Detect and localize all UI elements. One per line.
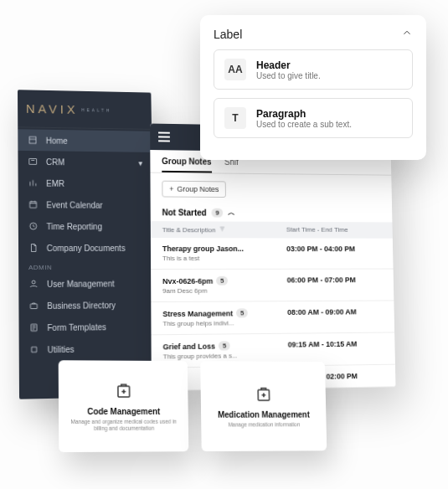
row-desc: This group helps indivi... xyxy=(162,319,287,327)
nav-label: Event Calendar xyxy=(46,200,102,209)
row-title: Grief and Loss xyxy=(163,342,215,351)
sidebar: NAVIX HEALTH Home CRM ▾ EMR Event Calend… xyxy=(18,90,156,399)
svg-rect-0 xyxy=(29,136,36,143)
row-time: 03:00 PM - 04:00 PM xyxy=(286,244,382,262)
nav-item-user-mgmt[interactable]: User Management xyxy=(18,272,154,295)
nav-item-emr[interactable]: EMR xyxy=(18,172,153,195)
row-time: 08:00 AM - 09:00 AM xyxy=(287,307,384,327)
svg-rect-1 xyxy=(29,158,37,164)
row-title: Nvx-0626-6pm xyxy=(162,276,213,285)
nav-label: Company Documents xyxy=(47,243,126,252)
nav-label: EMR xyxy=(46,178,64,188)
nav-label: Form Templates xyxy=(47,322,106,332)
plus-icon: + xyxy=(169,185,173,193)
card-medication-management[interactable]: Medication Management Manage medication … xyxy=(200,361,327,451)
row-title: Therapy group Jason... xyxy=(162,244,244,253)
table-row[interactable]: Nvx-0626-6pm5 9am Desc 6pm 06:00 PM - 07… xyxy=(151,270,394,303)
nav-item-crm[interactable]: CRM ▾ xyxy=(18,151,152,173)
nav-label: Business Directory xyxy=(47,301,116,311)
label-popover: Label AA Header Used to give title. T Pa… xyxy=(200,15,426,160)
add-group-notes-button[interactable]: + Group Notes xyxy=(162,181,226,198)
text-glyph-icon: T xyxy=(224,107,246,129)
status-count-badge: 9 xyxy=(211,208,223,218)
option-paragraph[interactable]: T Paragraph Used to create a sub text. xyxy=(214,98,413,138)
row-time: 09:15 AM - 10:15 AM xyxy=(288,339,384,358)
row-badge: 5 xyxy=(216,276,228,286)
nav-label: CRM xyxy=(46,157,64,167)
header-glyph-icon: AA xyxy=(224,59,246,80)
status-label: Not Started xyxy=(162,208,207,217)
brand-logo: NAVIX HEALTH xyxy=(18,90,152,130)
popover-title: Label xyxy=(214,28,242,41)
bottom-cards: Code Management Manage and organize medi… xyxy=(59,360,327,452)
card-title: Medication Management xyxy=(218,410,310,420)
option-desc: Used to give title. xyxy=(256,71,321,80)
svg-rect-5 xyxy=(30,304,37,309)
nav: Home CRM ▾ EMR Event Calendar Time Repor… xyxy=(18,127,155,361)
nav-item-biz-dir[interactable]: Business Directory xyxy=(18,294,154,317)
chart-icon xyxy=(28,178,38,188)
utilities-icon xyxy=(29,344,39,354)
row-badge: 5 xyxy=(219,341,230,350)
medical-plus-icon xyxy=(114,380,134,400)
row-desc: This group provides a s... xyxy=(163,352,288,361)
nav-label: User Management xyxy=(47,279,115,288)
crm-icon xyxy=(28,157,38,167)
table-row[interactable]: Therapy group Jason... This is a test 03… xyxy=(151,238,394,270)
chevron-up-icon[interactable] xyxy=(401,27,413,41)
svg-rect-2 xyxy=(30,202,37,208)
nav-item-calendar[interactable]: Event Calendar xyxy=(18,193,153,215)
option-header[interactable]: AA Header Used to give title. xyxy=(214,49,413,90)
document-icon xyxy=(28,243,39,253)
row-title: Stress Management xyxy=(162,309,233,318)
button-label: Group Notes xyxy=(177,185,219,193)
status-row[interactable]: Not Started 9 ︿ xyxy=(151,203,393,222)
option-desc: Used to create a sub text. xyxy=(256,120,352,129)
nav-item-docs[interactable]: Company Documents xyxy=(18,237,153,259)
user-icon xyxy=(28,279,39,289)
filter-icon[interactable] xyxy=(219,225,225,234)
col-title: Title & Description xyxy=(162,226,216,234)
row-desc: 9am Desc 6pm xyxy=(162,286,287,295)
medkit-icon xyxy=(254,384,273,404)
nav-item-utilities[interactable]: Utilities xyxy=(19,337,155,361)
option-title: Header xyxy=(256,59,321,71)
briefcase-icon xyxy=(28,301,39,311)
toolbar: + Group Notes xyxy=(150,173,392,206)
column-headers: Title & Description Start Time - End Tim… xyxy=(151,221,393,239)
row-badge: 5 xyxy=(236,308,248,317)
calendar-icon xyxy=(28,199,39,209)
row-desc: This is a test xyxy=(162,255,286,262)
brand-sub: HEALTH xyxy=(81,107,111,112)
svg-point-4 xyxy=(32,281,35,284)
nav-item-home[interactable]: Home xyxy=(18,129,152,152)
table-row[interactable]: Stress Management5 This group helps indi… xyxy=(151,301,394,335)
nav-label: Time Reporting xyxy=(46,222,102,231)
nav-item-form-templates[interactable]: Form Templates xyxy=(18,316,154,339)
col-time: Start Time - End Time xyxy=(286,226,382,234)
home-icon xyxy=(28,135,38,145)
nav-label: Home xyxy=(46,136,68,145)
option-title: Paragraph xyxy=(256,108,352,120)
brand-name: NAVIX xyxy=(26,101,78,116)
card-desc: Manage medication information xyxy=(228,421,300,428)
card-code-management[interactable]: Code Management Manage and organize medi… xyxy=(59,360,189,452)
chevron-down-icon: ▾ xyxy=(138,158,142,167)
nav-label: Utilities xyxy=(48,344,75,354)
menu-icon[interactable] xyxy=(158,132,170,142)
form-icon xyxy=(29,322,39,332)
group-notes-panel: Group Notes Shif + Group Notes Not Start… xyxy=(150,124,395,392)
card-title: Code Management xyxy=(87,407,160,416)
nav-section-admin: ADMIN xyxy=(18,259,153,273)
clock-icon xyxy=(28,221,39,231)
nav-item-time[interactable]: Time Reporting xyxy=(18,215,153,237)
row-time: 06:00 PM - 07:00 PM xyxy=(287,275,383,294)
chevron-up-icon: ︿ xyxy=(228,208,235,219)
card-desc: Manage and organize medical codes used i… xyxy=(69,418,178,432)
